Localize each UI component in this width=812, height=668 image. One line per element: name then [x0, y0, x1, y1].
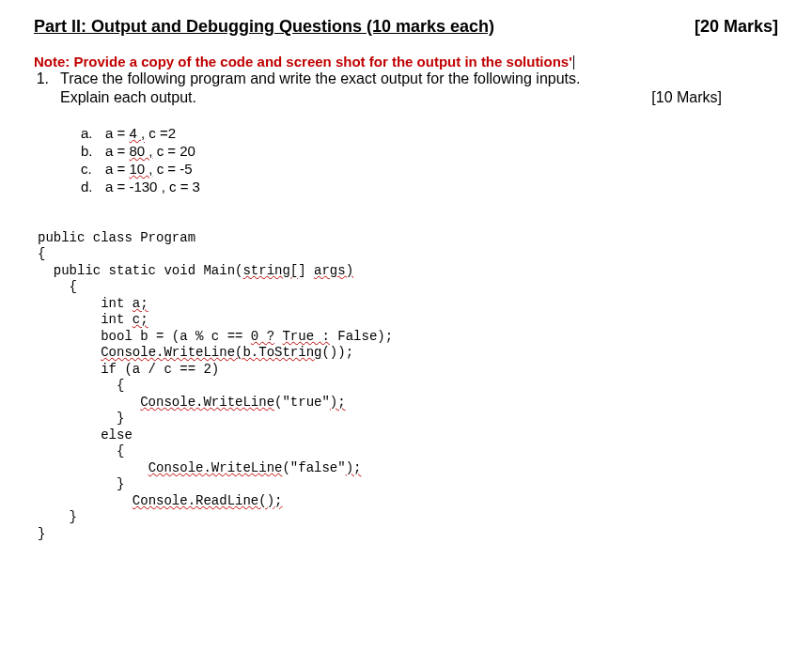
sub-item-b: b. a = 80 , c = 20: [81, 143, 778, 159]
code-line: if (a / c == 2): [38, 362, 219, 377]
explain-row: Explain each output. [10 Marks]: [34, 89, 778, 106]
code-line: int c;: [38, 312, 148, 327]
code-line: {: [38, 378, 124, 393]
sub-letter: c.: [81, 161, 105, 177]
code-line: {: [38, 279, 77, 294]
sub-letter: b.: [81, 143, 105, 159]
sub-text: a = 4 , c =2: [105, 125, 176, 141]
code-line: }: [38, 509, 77, 524]
sub-item-d: d. a = -130 , c = 3: [81, 179, 778, 194]
code-line: Console.WriteLine("false");: [38, 460, 361, 475]
question-text: Trace the following program and write th…: [60, 70, 778, 87]
sub-item-c: c. a = 10 , c = -5: [81, 161, 778, 177]
code-line: bool b = (a % c == 0 ? True : False);: [38, 329, 393, 344]
code-line: Console.WriteLine(b.ToString());: [38, 345, 353, 360]
code-block: public class Program { public static voi…: [34, 213, 778, 542]
sub-question-list: a. a = 4 , c =2 b. a = 80 , c = 20 c. a …: [34, 125, 778, 194]
sub-text: a = 10 , c = -5: [105, 161, 193, 177]
sub-item-a: a. a = 4 , c =2: [81, 125, 778, 141]
question-marks: [10 Marks]: [651, 89, 778, 106]
text-cursor: [573, 55, 574, 70]
code-line: public static void Main(string[] args): [38, 263, 353, 278]
code-line: Console.ReadLine();: [38, 493, 282, 508]
code-line: Console.WriteLine("true");: [38, 395, 346, 410]
sub-text: a = -130 , c = 3: [105, 179, 200, 194]
question-row: 1. Trace the following program and write…: [34, 70, 778, 87]
sub-letter: a.: [81, 125, 105, 141]
question-number: 1.: [34, 70, 60, 87]
code-line: }: [38, 526, 45, 541]
note-text: Note: Provide a copy of the code and scr…: [34, 54, 572, 70]
total-marks: [20 Marks]: [695, 17, 778, 37]
sub-text: a = 80 , c = 20: [105, 143, 195, 159]
explain-text: Explain each output.: [60, 89, 196, 106]
code-line: public class Program: [38, 230, 195, 245]
code-line: else: [38, 427, 133, 443]
code-line: int a;: [38, 296, 148, 311]
section-title: Part II: Output and Debugging Questions …: [34, 17, 494, 37]
code-line: }: [38, 476, 124, 491]
header-row: Part II: Output and Debugging Questions …: [34, 17, 778, 37]
sub-letter: d.: [81, 179, 105, 194]
note-line: Note: Provide a copy of the code and scr…: [34, 54, 778, 70]
code-line: {: [38, 443, 124, 458]
code-line: }: [38, 411, 124, 426]
code-line: {: [38, 246, 45, 261]
